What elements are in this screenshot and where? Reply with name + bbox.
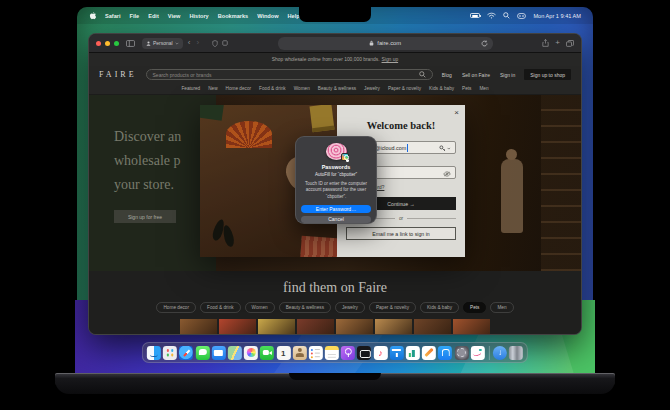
product-thumbnail[interactable] — [180, 319, 217, 335]
cancel-button[interactable]: Cancel — [301, 216, 371, 223]
facetime-dock-icon[interactable] — [260, 346, 274, 360]
hero-signup-button[interactable]: Sign up for free — [114, 210, 176, 223]
safari-profile-button[interactable]: Personal — [142, 38, 183, 49]
maps-dock-icon[interactable] — [228, 346, 242, 360]
modal-close-button[interactable]: × — [454, 109, 459, 117]
category-nav-item[interactable]: Home decor — [226, 86, 252, 91]
forward-button[interactable]: › — [195, 39, 200, 47]
category-nav-item[interactable]: Beauty & wellness — [318, 86, 356, 91]
spotlight-search-icon[interactable] — [503, 12, 510, 19]
menu-item[interactable]: Safari — [105, 13, 121, 19]
category-nav-item[interactable]: Men — [479, 86, 488, 91]
enter-password-button[interactable]: Enter Password… — [301, 205, 371, 213]
menubar-clock[interactable]: Mon Apr 1 9:41 AM — [533, 13, 581, 19]
reminders-dock-icon[interactable] — [309, 346, 323, 360]
wifi-icon[interactable] — [487, 12, 496, 19]
menu-item[interactable]: File — [130, 13, 140, 19]
product-thumbnail[interactable] — [414, 319, 451, 335]
show-password-eye-icon[interactable] — [443, 171, 451, 177]
privacy-shield-icon[interactable] — [212, 40, 218, 47]
header-link[interactable]: Sign in — [500, 72, 515, 78]
close-window-button[interactable] — [96, 41, 101, 46]
menu-item[interactable]: Edit — [148, 13, 159, 19]
menu-item[interactable]: Help — [288, 13, 300, 19]
back-button[interactable]: ‹ — [187, 39, 192, 47]
safari-dock-icon[interactable] — [179, 346, 193, 360]
share-icon[interactable] — [542, 39, 549, 47]
reload-icon[interactable] — [481, 40, 488, 47]
podcasts-dock-icon[interactable] — [341, 346, 355, 360]
battery-icon[interactable] — [470, 13, 480, 18]
address-bar[interactable]: faire.com — [278, 37, 493, 50]
finder-dock-icon[interactable] — [147, 346, 161, 360]
category-pill[interactable]: Pets — [463, 302, 486, 313]
category-nav-item[interactable]: Featured — [181, 86, 200, 91]
category-nav-item[interactable]: Kids & baby — [429, 86, 454, 91]
product-thumbnail[interactable] — [453, 319, 490, 335]
menu-item[interactable]: History — [189, 13, 208, 19]
messages-dock-icon[interactable] — [195, 346, 209, 360]
category-nav-item[interactable]: Women — [294, 86, 310, 91]
minimize-window-button[interactable] — [105, 41, 110, 46]
lid-scoop — [289, 373, 381, 380]
category-nav-item[interactable]: Food & drink — [259, 86, 286, 91]
product-thumbnail[interactable] — [336, 319, 373, 335]
contacts-dock-icon[interactable] — [293, 346, 307, 360]
faire-logo[interactable]: FAIRE — [99, 70, 137, 79]
appletv-dock-icon[interactable] — [357, 346, 371, 360]
welcome-back-title: Welcome back! — [346, 120, 456, 131]
zoom-window-button[interactable] — [114, 41, 119, 46]
photos-dock-icon[interactable] — [244, 346, 258, 360]
category-nav-item[interactable]: New — [208, 86, 217, 91]
settings-dock-icon[interactable] — [454, 346, 468, 360]
product-thumbnail[interactable] — [375, 319, 412, 335]
category-pill[interactable]: Home decor — [156, 302, 196, 313]
promo-signup-link[interactable]: Sign up — [382, 57, 399, 62]
downloads-dock-icon[interactable] — [493, 346, 507, 360]
trash-dock-icon[interactable] — [509, 346, 523, 360]
appstore-dock-icon[interactable] — [438, 346, 452, 360]
freeform-dock-icon[interactable] — [471, 346, 485, 360]
faire-header: FAIRE Search products or brands BlogSell… — [89, 66, 581, 83]
apple-logo-icon[interactable] — [89, 12, 96, 20]
product-thumbnail[interactable] — [258, 319, 295, 335]
menu-item[interactable]: Bookmarks — [218, 13, 248, 19]
numbers-dock-icon[interactable] — [406, 346, 420, 360]
shopkeeper-figure — [501, 159, 523, 233]
category-nav-item[interactable]: Pets — [462, 86, 471, 91]
notes-dock-icon[interactable] — [325, 346, 339, 360]
extensions-icon[interactable] — [222, 40, 228, 46]
control-center-icon[interactable] — [517, 13, 526, 19]
menu-item[interactable]: View — [168, 13, 181, 19]
calendar-dock-icon[interactable]: 1 — [276, 346, 290, 360]
category-pill[interactable]: Beauty & wellness — [279, 302, 331, 313]
header-link[interactable]: Sell on Faire — [462, 72, 490, 78]
category-nav-item[interactable]: Paper & novelty — [388, 86, 421, 91]
keynote-dock-icon[interactable] — [390, 346, 404, 360]
menu-item[interactable]: Window — [257, 13, 278, 19]
category-pill[interactable]: Food & drink — [200, 302, 241, 313]
sidebar-toggle-icon[interactable] — [126, 40, 135, 47]
email-link-button[interactable]: Email me a link to sign in — [346, 227, 456, 240]
pages-dock-icon[interactable] — [422, 346, 436, 360]
tab-overview-icon[interactable] — [566, 40, 574, 47]
music-dock-icon[interactable] — [373, 346, 387, 360]
dock-apps: 1 — [147, 346, 485, 360]
launchpad-dock-icon[interactable] — [163, 346, 177, 360]
autofill-key-icon[interactable] — [439, 145, 451, 152]
product-thumbnail[interactable] — [297, 319, 334, 335]
category-nav-item[interactable]: Jewelry — [364, 86, 380, 91]
category-pill[interactable]: Jewelry — [335, 302, 365, 313]
display-notch — [299, 7, 371, 22]
category-pill[interactable]: Paper & novelty — [369, 302, 416, 313]
category-pill[interactable]: Kids & baby — [420, 302, 459, 313]
mail-dock-icon[interactable] — [212, 346, 226, 360]
site-search-input[interactable]: Search products or brands — [146, 69, 433, 80]
header-link[interactable]: Blog — [442, 72, 452, 78]
category-pill[interactable]: Men — [490, 302, 513, 313]
new-tab-icon[interactable]: + — [555, 39, 560, 47]
category-pill[interactable]: Women — [245, 302, 275, 313]
product-thumbnail[interactable] — [219, 319, 256, 335]
hero-text-block: Discover an wholesale p your store. Sign… — [89, 95, 216, 271]
signup-to-shop-button[interactable]: Sign up to shop — [524, 69, 571, 80]
